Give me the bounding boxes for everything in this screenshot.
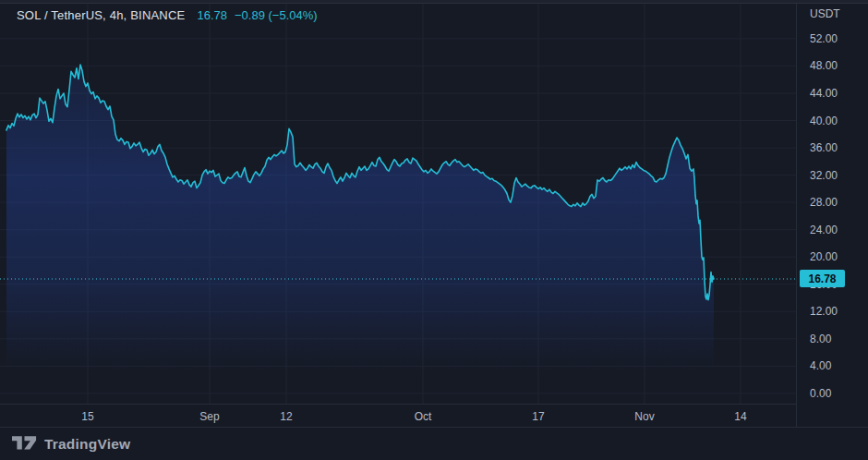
time-tick-label: Nov (634, 410, 654, 423)
axis-currency-label: USDT (810, 7, 840, 20)
price-tick-label: 4.00 (810, 359, 831, 372)
tradingview-logo-icon[interactable] (12, 433, 37, 454)
last-price-badge: 16.78 (800, 270, 845, 287)
time-tick-label: 15 (81, 410, 93, 423)
time-tick-label: Sep (199, 410, 219, 423)
symbol-title[interactable]: SOL / TetherUS, 4h, BINANCE (17, 8, 185, 22)
price-change-value: −0.89 (−5.04%) (235, 8, 318, 22)
price-tick-label: 12.00 (810, 305, 838, 318)
price-tick-label: 40.00 (810, 115, 838, 127)
tradingview-brand-text[interactable]: TradingView (44, 436, 130, 453)
time-tick-label: 12 (280, 410, 292, 423)
area-fill (6, 65, 714, 404)
price-tick-label: 32.00 (810, 169, 838, 182)
chart-legend: SOL / TetherUS, 4h, BINANCE16.78−0.89 (−… (17, 8, 318, 22)
pane-top-border (0, 0, 868, 4)
time-axis[interactable]: 15Sep12Oct17Nov14 (0, 404, 796, 427)
last-price-value: 16.78 (197, 8, 227, 22)
price-tick-label: 0.00 (810, 387, 831, 400)
price-tick-label: 36.00 (810, 141, 838, 154)
footer-bar: TradingView (0, 427, 868, 460)
price-tick-label: 52.00 (810, 32, 838, 45)
price-tick-label: 24.00 (810, 224, 838, 236)
price-tick-label: 20.00 (810, 250, 838, 263)
price-tick-label: 48.00 (810, 59, 838, 72)
price-axis[interactable]: USDT 16.78 52.0048.0044.0040.0036.0032.0… (796, 0, 868, 427)
price-tick-label: 8.00 (810, 333, 831, 345)
time-tick-label: Oct (415, 410, 432, 423)
time-tick-label: 17 (532, 410, 544, 423)
price-tick-label: 44.00 (810, 87, 838, 100)
price-tick-label: 28.00 (810, 196, 838, 209)
price-chart-pane[interactable] (0, 0, 796, 404)
tradingview-chart-window: SOL / TetherUS, 4h, BINANCE16.78−0.89 (−… (0, 0, 868, 460)
time-tick-label: 14 (734, 410, 746, 423)
